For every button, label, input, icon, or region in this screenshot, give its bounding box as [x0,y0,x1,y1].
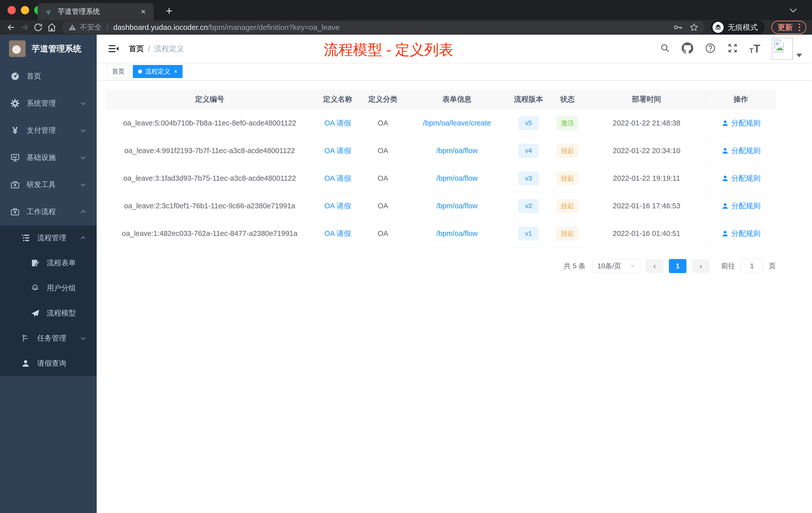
user-icon [721,175,729,182]
tag-process-definition[interactable]: 流程定义 × [133,65,182,78]
forward-button[interactable] [19,22,30,33]
org-tree-icon [21,333,31,343]
bookmark-star-icon[interactable] [690,23,698,32]
user-icon [21,358,31,368]
tags-view: 首页 流程定义 × [97,63,812,80]
assign-rule-button[interactable]: 分配规则 [721,146,760,156]
sidebar-item-system[interactable]: 系统管理 [0,90,97,117]
help-icon[interactable] [705,43,716,55]
new-tab-button[interactable]: + [166,4,173,18]
avatar[interactable] [772,38,793,60]
assign-rule-button[interactable]: 分配规则 [721,118,760,128]
navbar-actions: TT [660,38,812,60]
tag-home[interactable]: 首页 [107,65,130,78]
update-label[interactable]: 更新 [778,22,793,33]
site-favicon-sprout-icon [44,7,53,16]
pagination: 共 5 条 10条/页 ‹ 1 › 前往 1 页 [106,259,776,273]
not-secure-label[interactable]: 不安全 [80,22,102,32]
close-window-button[interactable] [7,6,16,14]
chevron-down-icon [80,127,87,134]
sidebar-toggle-button[interactable] [97,35,129,63]
chevron-down-icon [80,154,87,161]
definition-category: OA [361,164,404,192]
table-header-row: 定义编号 定义名称 定义分类 表单信息 流程版本 状态 部署时间 操作 [106,89,776,110]
sidebar-item-infrastructure[interactable]: 基础设施 [0,144,97,171]
browser-update-button[interactable]: 更新 [771,21,807,34]
sidebar-logo[interactable]: 芋道管理系统 [0,35,97,63]
page-size-select[interactable]: 10条/页 [592,259,640,273]
next-page-button[interactable]: › [692,259,709,273]
sidebar-item-home[interactable]: 首页 [0,63,97,90]
deploy-time: 2022-01-16 01:40:51 [587,220,705,247]
sidebar-item-workflow[interactable]: 工作流程 [0,198,97,225]
minimize-window-button[interactable] [21,6,29,14]
breadcrumb-home-link[interactable]: 首页 [129,44,144,54]
annotation-text: 流程模型 - 定义列表 [324,40,454,60]
col-header-deploy-time: 部署时间 [587,89,705,110]
prev-page-button[interactable]: ‹ [646,259,663,273]
home-button[interactable] [46,22,57,33]
form-info-link[interactable]: /bpm/oa/flow [436,174,477,182]
deploy-time: 2022-01-16 17:46:53 [587,192,705,220]
status-badge: 挂起 [557,199,578,213]
definition-name-link[interactable]: OA 请假 [324,229,351,239]
url-text[interactable]: dashboard.yudao.iocoder.cn/bpm/manager/d… [113,23,666,32]
sidebar-item-payment[interactable]: ¥ 支付管理 [0,117,97,144]
search-icon[interactable] [660,43,670,54]
assign-rule-button[interactable]: 分配规则 [721,201,760,211]
pagination-total: 共 5 条 [564,261,585,271]
sidebar-item-leave-query[interactable]: 请假查询 [0,351,97,376]
navbar: 首页 / 流程定义 流程模型 - 定义列表 [97,35,812,63]
col-header-category: 定义分类 [361,89,404,110]
form-info-link[interactable]: /bpm/oa/flow [436,147,477,155]
not-secure-warning-icon[interactable] [68,23,76,31]
incognito-badge: 无痕模式 [710,20,765,34]
sidebar-item-process-management[interactable]: 流程管理 [0,225,97,250]
col-header-name: 定义名称 [314,89,361,110]
definition-name-link[interactable]: OA 请假 [324,201,351,211]
fullscreen-icon[interactable] [727,43,738,55]
breadcrumb: 首页 / 流程定义 [129,44,184,54]
browser-tab[interactable]: 芋道管理系统 × [38,3,154,20]
goto-page-input[interactable]: 1 [741,259,763,273]
chevron-up-icon [80,208,87,215]
definition-id: oa_leave:1:482ec033-762a-11ec-8477-a2380… [106,220,314,247]
user-menu[interactable] [772,38,802,60]
back-button[interactable] [5,22,17,33]
sidebar-item-task-management[interactable]: 任务管理 [0,326,97,351]
sidebar-item-dev-tools[interactable]: 研发工具 [0,171,97,198]
definition-id: oa_leave:4:991f2193-7b7f-11ec-a3c8-acde4… [106,137,314,164]
sidebar-item-process-model[interactable]: 流程模型 [0,301,97,326]
robot-icon [30,283,40,293]
form-info-link[interactable]: /bpm/oa/leave/create [423,119,491,127]
definition-name-link[interactable]: OA 请假 [324,174,351,183]
page-number-button[interactable]: 1 [669,259,687,273]
tag-close-icon[interactable]: × [174,68,177,75]
form-info-link[interactable]: /bpm/oa/flow [436,202,477,210]
address-bar[interactable]: 不安全 dashboard.yudao.iocoder.cn/bpm/manag… [62,21,704,34]
definition-name-link[interactable]: OA 请假 [324,118,351,128]
browser-window: 芋道管理系统 × + 不安全 dashboard.yudao.iocoder.c… [0,0,812,513]
definition-name-link[interactable]: OA 请假 [324,146,351,156]
deploy-time: 2022-01-22 20:34:10 [587,137,705,164]
browser-menu-icon[interactable] [797,24,802,31]
chevron-down-icon [80,335,87,342]
sidebar-item-user-group[interactable]: 用户分组 [0,276,97,301]
breadcrumb-separator: / [148,44,150,53]
github-icon[interactable] [682,42,693,55]
incognito-icon [713,22,724,33]
sidebar-item-process-form[interactable]: 流程表单 [0,250,97,276]
reload-button[interactable] [33,22,44,33]
font-size-icon[interactable]: TT [750,43,760,54]
password-key-icon[interactable] [673,23,683,32]
version-badge: v1 [519,227,539,240]
assign-rule-button[interactable]: 分配规则 [721,229,760,239]
chevron-up-icon [80,234,87,241]
assign-rule-button[interactable]: 分配规则 [721,174,760,183]
tab-search-chevron-icon[interactable] [789,7,798,14]
chevron-down-icon[interactable] [796,54,802,57]
tab-close-icon[interactable]: × [139,6,147,17]
deploy-time: 2022-01-22 21:48:38 [587,110,705,137]
table-row: oa_leave:2:3c1f0ef1-76b1-11ec-9c66-a2380… [106,192,776,220]
form-info-link[interactable]: /bpm/oa/flow [436,230,477,238]
